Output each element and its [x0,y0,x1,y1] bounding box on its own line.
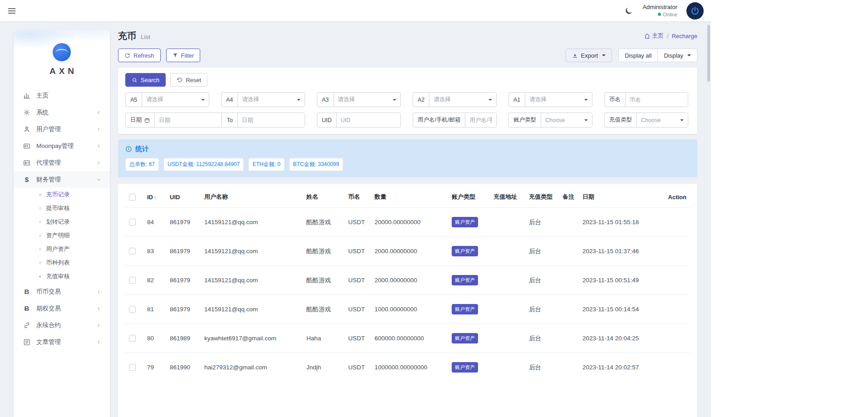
submenu-item-transfer-records[interactable]: ○ 划转记录 [14,215,110,229]
recharge-type-select[interactable]: Choose [637,113,688,127]
breadcrumb-home-link[interactable]: 主页 [644,32,664,40]
sidebar-item-home[interactable]: 主页 [14,87,110,104]
cell-account-type: 账户资产 [448,353,490,382]
row-checkbox[interactable] [129,277,136,284]
link-icon [22,322,32,329]
filter-a5-select[interactable]: 请选择 [142,93,209,107]
sidebar-toggle-button[interactable] [7,6,16,15]
cell-username: 14159121@qq.com [201,237,303,266]
submenu-item-coin-list[interactable]: ○ 币种列表 [14,256,110,270]
account-type-select[interactable]: Choose [541,113,592,127]
cell-account-type: 账户资产 [448,237,490,266]
display-all-button[interactable]: Display all [618,49,658,62]
home-icon [644,33,650,39]
cell-id: 82 [143,266,166,295]
sidebar-item-articles[interactable]: 文章管理 [14,334,110,350]
col-header-recharge-type: 充值类型 [525,186,559,208]
reset-button[interactable]: Reset [170,73,207,87]
submenu-item-withdraw-review[interactable]: ○ 提币审核 [14,201,110,215]
sidebar-item-perpetual-contract[interactable]: 永续合约 [14,317,110,334]
cell-amount: 20000.00000000 [371,208,448,237]
cell-uid: 861979 [166,208,201,237]
row-checkbox[interactable] [129,364,136,371]
cell-date: 2023-11-15 00:51:49 [579,266,660,295]
submenu-item-label: 提币审核 [46,204,69,212]
filter-date-range: 日期 To [125,113,305,128]
filter-user-label: 用户名/手机/邮箱 [413,113,465,127]
search-button[interactable]: Search [125,73,166,87]
cell-action [660,237,690,266]
cell-remark [559,237,579,266]
filter-a4-label: A4 [222,93,238,107]
cell-name: 酷酷游戏 [303,237,345,266]
filter-date-label: 日期 [126,113,155,127]
stat-total-orders: 总单数: 67 [125,158,159,171]
cell-id: 84 [143,208,166,237]
cell-recharge-address [490,295,525,324]
col-header-id[interactable]: ID↑ [143,186,166,208]
row-checkbox[interactable] [129,335,136,342]
avatar[interactable] [686,2,704,20]
filter-a3-select[interactable]: 请选择 [334,93,400,107]
row-checkbox[interactable] [129,248,136,255]
row-checkbox[interactable] [129,306,136,313]
select-all-checkbox[interactable] [129,194,136,201]
coin-name-input[interactable] [626,93,688,107]
sidebar-item-agents[interactable]: 代理管理 [14,154,110,171]
filter-a1-select[interactable]: 请选择 [525,93,592,107]
cell-remark [559,353,579,382]
logo[interactable]: AXN [14,29,110,76]
cell-amount: 600000.00000000 [371,324,448,353]
sidebar-item-label: 系统 [36,108,96,117]
date-from-input[interactable] [155,113,222,127]
cell-coin: USDT [345,295,371,324]
submenu-item-asset-details[interactable]: ○ 资产明细 [14,229,110,242]
chevron-left-icon [96,339,102,345]
cell-date: 2023-11-14 20:04:25 [579,324,660,353]
filter-a1-label: A1 [509,93,525,107]
filter-coin-label: 币名 [605,93,626,107]
sidebar-item-spot-trade[interactable]: B 币币交易 [14,283,110,300]
refresh-button[interactable]: Refresh [118,49,161,62]
topbar-right: Administrator Online [624,2,704,20]
cell-account-type: 账户资产 [448,324,490,353]
dark-mode-toggle[interactable] [624,6,633,15]
user-menu[interactable]: Administrator Online [642,4,677,18]
cell-date: 2023-11-14 20:02:57 [579,353,660,382]
dollar-icon: $ [22,176,32,183]
filter-a2-select[interactable]: 请选择 [429,93,496,107]
submenu-item-user-assets[interactable]: ○ 用户资产 [14,242,110,256]
sidebar-menu: 主页 系统 用户管理 Moonpay管理 [14,87,110,350]
page-subtitle: List [141,34,150,40]
filter-button[interactable]: Filter [166,49,201,62]
cell-recharge-address [490,266,525,295]
sidebar-item-finance[interactable]: $ 财务管理 [14,171,110,188]
sidebar-item-moonpay[interactable]: Moonpay管理 [14,137,110,154]
submenu-item-recharge-records[interactable]: ○ 充币记录 [14,188,110,201]
export-button[interactable]: Export [566,49,612,62]
brand-name: AXN [14,66,110,76]
sidebar-item-users[interactable]: 用户管理 [14,121,110,137]
cell-recharge-address [490,353,525,382]
sidebar-item-options-trade[interactable]: Ƀ 期权交易 [14,300,110,317]
col-header-uid: UID [166,186,201,208]
filter-a4-select[interactable]: 请选择 [238,93,305,107]
vertical-scrollbar[interactable] [707,25,710,82]
uid-input[interactable] [337,113,400,127]
search-icon [132,77,138,83]
sidebar-item-system[interactable]: 系统 [14,104,110,121]
submenu-item-label: 币种列表 [46,259,69,267]
cell-name: 酷酷游戏 [303,266,345,295]
moon-icon [624,6,633,15]
sidebar-item-label: 币币交易 [36,288,96,296]
row-checkbox[interactable] [129,219,136,226]
user-name: Administrator [642,4,677,11]
submenu-item-recharge-review[interactable]: ◐ 充值审核 [14,270,110,283]
date-to-input[interactable] [238,113,305,127]
display-button[interactable]: Display [658,49,697,62]
calendar-icon [144,118,150,123]
user-input[interactable] [465,113,496,127]
topbar: Administrator Online [0,0,711,21]
chevron-down-icon [680,119,684,121]
cell-recharge-type: 后台 [525,295,559,324]
